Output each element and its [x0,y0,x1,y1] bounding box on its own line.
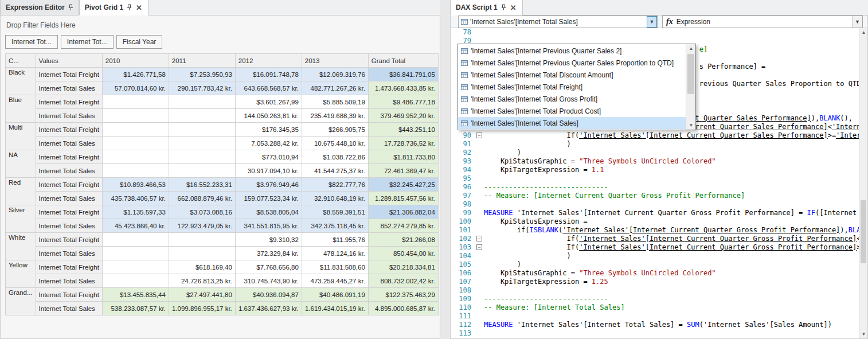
scroll-up-icon[interactable]: ▲ [859,28,868,37]
pivot-cell[interactable]: 379.469.952,20 kr. [368,109,438,123]
pivot-column-header[interactable]: Grand Total [368,54,438,68]
pivot-cell[interactable]: $40.486.091,19 [302,288,368,302]
pivot-cell[interactable]: 1.099.896.955,17 kr. [169,302,235,315]
pivot-cell[interactable]: 10.675.448,10 kr. [302,137,368,150]
pivot-column-header[interactable]: 2012 [235,54,302,68]
expression-combobox[interactable]: fx Expression ▼ [662,15,863,28]
pivot-cell[interactable]: $21.266,08 [368,233,438,247]
pivot-cell[interactable]: $822.777,76 [302,178,368,192]
pivot-cell[interactable] [169,150,235,164]
pivot-cell[interactable] [169,233,235,247]
pivot-cell[interactable]: 342.375.118,45 kr. [302,219,368,233]
pivot-cell[interactable] [102,247,169,260]
pivot-cell[interactable]: 643.668.568,57 kr. [235,81,302,95]
tab-pivot-grid[interactable]: Pivot Grid 1 ✕ [79,0,148,15]
pivot-cell[interactable]: 32.910.648,19 kr. [302,192,368,205]
pivot-cell[interactable] [102,233,169,247]
pin-icon[interactable] [68,4,73,11]
pivot-cell[interactable]: 850.454,00 kr. [368,247,438,260]
scroll-down-icon[interactable]: ▼ [686,121,696,130]
filter-field-button[interactable]: Fiscal Year [116,35,163,49]
measure-combobox[interactable]: 'Internet Sales'[Internet Total Sales] ▼ [458,15,658,28]
scroll-down-icon[interactable]: ▼ [859,330,868,338]
pivot-cell[interactable]: $36.841.791,05 [368,68,438,81]
measure-combobox-value[interactable]: 'Internet Sales'[Internet Total Sales] [468,18,647,26]
pivot-cell[interactable] [102,164,169,178]
pivot-cell[interactable]: 17.728.736,52 kr. [368,137,438,150]
pivot-cell[interactable] [102,123,169,137]
measure-combobox-dropdown-button[interactable]: ▼ [647,16,657,28]
close-icon[interactable]: ✕ [135,4,143,11]
pivot-column-header[interactable]: 2011 [169,54,235,68]
pivot-cell[interactable]: $266.905,75 [302,123,368,137]
pivot-cell[interactable]: 290.157.783,42 kr. [169,81,235,95]
pivot-cell[interactable]: 662.088.879,46 kr. [169,192,235,205]
pivot-cell[interactable]: 808.732.002,42 kr. [368,274,438,288]
pivot-cell[interactable]: $11.955,76 [302,233,368,247]
pivot-cell[interactable]: $10.893.466,53 [102,178,169,192]
editor-vertical-scrollbar[interactable]: ▲ ▼ [859,28,867,338]
pivot-cell[interactable]: $176.345,35 [235,123,302,137]
filter-field-button[interactable]: Internet Tot... [5,35,58,49]
pivot-cell[interactable]: $122.375.463,29 [368,288,438,302]
pivot-cell[interactable]: 45.423.866,40 kr. [102,219,169,233]
pivot-cell[interactable]: 24.726.813,25 kr. [169,274,235,288]
pivot-cell[interactable]: $8.559.391,51 [302,205,368,219]
pivot-cell[interactable] [102,95,169,109]
pivot-cell[interactable]: $11.831.508,60 [302,260,368,274]
dropdown-item[interactable]: 'Internet Sales'[Internet Total Freight] [458,81,686,93]
pivot-cell[interactable]: 159.077.523,34 kr. [235,192,302,205]
pivot-cell[interactable]: 538.233.087,57 kr. [102,302,169,315]
pivot-cell[interactable]: $5.885.509,19 [302,95,368,109]
pivot-cell[interactable]: 1.289.815.457,56 kr. [368,192,438,205]
fold-toggle-icon[interactable]: − [476,244,482,250]
pivot-cell[interactable]: 41.544.275,37 kr. [302,164,368,178]
scroll-up-icon[interactable]: ▲ [686,44,696,53]
pivot-cell[interactable]: $21.306.882,04 [368,205,438,219]
pivot-cell[interactable]: 235.419.688,39 kr. [302,109,368,123]
pivot-cell[interactable]: 473.259.445,27 kr. [302,274,368,288]
pivot-cell[interactable]: $1.135.597,33 [102,205,169,219]
pivot-cell[interactable]: $3.976.949,46 [235,178,302,192]
pin-icon[interactable] [501,4,506,11]
pivot-cell[interactable] [169,95,235,109]
pivot-cell[interactable]: 122.923.479,05 kr. [169,219,235,233]
pivot-cell[interactable]: 852.274.279,85 kr. [368,219,438,233]
pivot-cell[interactable]: $618.169,40 [169,260,235,274]
pivot-cell[interactable]: 341.551.815,95 kr. [235,219,302,233]
pivot-cell[interactable]: 372.329,84 kr. [235,247,302,260]
pivot-column-header[interactable]: Values [36,54,102,68]
pivot-cell[interactable]: 435.738.406,57 kr. [102,192,169,205]
pivot-cell[interactable] [169,164,235,178]
expression-combobox-value[interactable]: Expression [674,18,852,26]
pivot-cell[interactable]: $8.538.805,04 [235,205,302,219]
pivot-cell[interactable]: $443.251,10 [368,123,438,137]
pivot-cell[interactable]: $1.038.722,86 [302,150,368,164]
pivot-cell[interactable] [102,260,169,274]
filter-field-button[interactable]: Internet Tot... [61,35,114,49]
pivot-column-header[interactable]: 2013 [302,54,368,68]
pivot-cell[interactable]: 482.771.267,26 kr. [302,81,368,95]
pivot-cell[interactable] [102,150,169,164]
scrollbar-thumb[interactable] [687,54,694,94]
pivot-cell[interactable] [102,137,169,150]
pivot-cell[interactable] [102,109,169,123]
pivot-cell[interactable]: $16.091.748,78 [235,68,302,81]
pivot-cell[interactable]: $20.218.334,81 [368,260,438,274]
expression-combobox-dropdown-button[interactable]: ▼ [852,16,862,28]
pivot-cell[interactable]: 1.473.668.433,85 kr. [368,81,438,95]
pivot-cell[interactable]: 478.124,16 kr. [302,247,368,260]
pivot-cell[interactable]: $9.486.777,18 [368,95,438,109]
tab-dax-script[interactable]: DAX Script 1 ✕ [450,0,523,15]
pivot-cell[interactable]: $9.310,32 [235,233,302,247]
dropdown-item[interactable]: 'Internet Sales'[Internet Total Discount… [458,69,686,81]
pivot-cell[interactable] [102,274,169,288]
pivot-cell[interactable]: 310.745.743,90 kr. [235,274,302,288]
pivot-cell[interactable]: $16.552.233,31 [169,178,235,192]
pivot-cell[interactable]: 1.637.436.627,93 kr. [235,302,302,315]
pivot-cell[interactable]: 1.619.434.015,19 kr. [302,302,368,315]
pivot-column-header[interactable]: C... [6,54,36,68]
close-icon[interactable]: ✕ [510,4,517,11]
pivot-cell[interactable] [169,247,235,260]
pin-icon[interactable] [127,4,132,11]
